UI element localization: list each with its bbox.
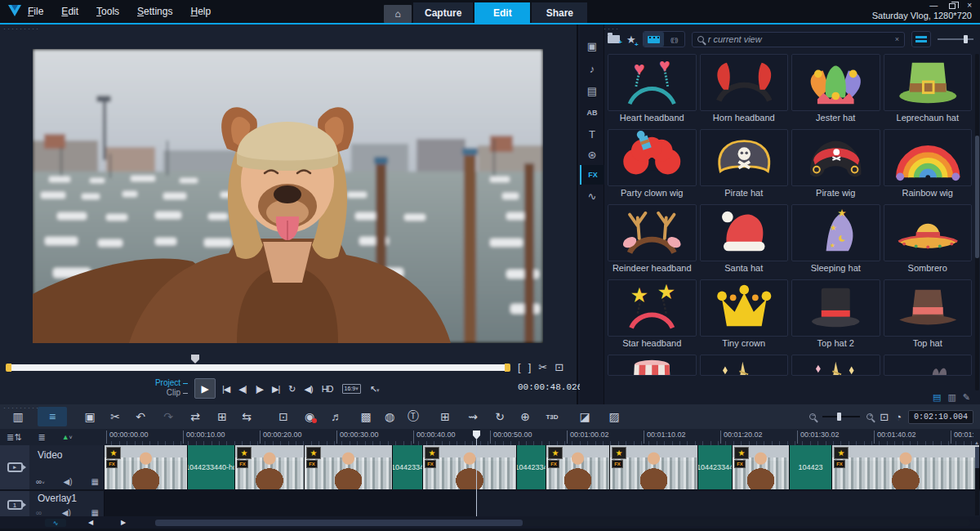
rail-media[interactable]: ▣ [580,36,604,56]
zoom-in-icon[interactable]: + [866,413,873,420]
title-3d-button[interactable]: T3D [541,407,564,426]
scrollbar-thumb[interactable] [155,520,523,526]
audio-music-button[interactable]: ♬ [325,407,348,426]
tab-edit[interactable]: Edit [474,2,530,23]
volume-button[interactable]: ◀) [305,384,313,395]
timeline-clip[interactable]: ★FX [733,445,790,489]
library-edit-icon[interactable]: ✎ [963,392,970,403]
swap-tracks-button[interactable]: ⇆ [235,407,258,426]
preview-scrubber[interactable] [7,364,510,371]
home-button[interactable]: ⌂ [384,5,412,23]
library-item-jester-hat[interactable]: Jester hat [791,54,880,124]
show-audio-toggle[interactable]: ((·)) [664,32,684,47]
scrollbar-thumb[interactable] [975,447,979,468]
track-list-icon[interactable]: ≣ [38,432,45,443]
timeline-clip[interactable]: ★FX [305,445,393,489]
scroll-up-icon[interactable]: ▲ [974,440,979,445]
storyboard-view-button[interactable]: ▥ [7,407,29,426]
repeat-button[interactable]: ↻ [288,384,295,395]
sticker-thumbnail[interactable]: ★★ [608,279,697,337]
split-screen-button[interactable]: ⊞ [434,407,457,426]
library-view-panels-icon[interactable]: ▤ [933,392,941,403]
overlay-track-header[interactable]: Overlay1 ∞ ◀) ▦ [29,491,105,519]
menu-item-dit[interactable]: Edit [61,6,78,17]
preview-timecode-value[interactable]: 00:00:48.026 [518,382,582,392]
timeline-vscrollbar[interactable] [975,447,979,515]
library-item-striped-hat[interactable] [608,355,697,376]
sticker-thumbnail[interactable] [791,279,880,337]
zoom-out-icon[interactable]: − [809,413,816,420]
close-button[interactable]: × [967,2,972,10]
sticker-thumbnail[interactable] [791,355,880,376]
end-button[interactable]: ▶| [272,384,279,395]
scroll-left-icon[interactable]: ◀ [88,519,93,526]
redo-button[interactable]: ↷ [157,407,180,426]
home-button[interactable]: |◀ [222,384,229,395]
blend-button[interactable]: ◍ [378,407,401,426]
thumbnail-size-slider[interactable] [938,34,973,44]
pan-zoom-button[interactable]: ⊡ [272,407,295,426]
library-item-party-clown-wig[interactable]: Party clown wig [608,129,697,199]
multi-trim-button[interactable]: ▩ [354,407,377,426]
library-item-rainbow-wig[interactable]: Rainbow wig [884,129,973,199]
restore-button[interactable] [949,3,956,9]
aspect-ratio-button[interactable]: 16:9▾ [342,384,361,394]
timeline-ruler[interactable]: 00:00:00.0000:00:10.0000:00:20.0000:00:3… [105,429,973,445]
mark-in-icon[interactable]: [ [518,361,521,373]
hd-toggle[interactable]: HD [322,384,333,394]
timeline-clip-label[interactable]: 10442334 [517,445,546,489]
library-item-pirate-wig[interactable]: Pirate wig [791,129,880,199]
timeline-hscrollbar[interactable] [155,520,970,526]
library-item-leprechaun-hat[interactable]: Leprechaun hat [884,54,973,124]
timeline-clip[interactable]: ★FX [423,445,517,489]
sticker-thumbnail[interactable] [700,204,789,261]
favorites-add-icon[interactable]: ★+ [626,33,636,46]
sticker-thumbnail[interactable]: ♥♥ [608,54,697,111]
sticker-thumbnail[interactable] [700,355,789,376]
mark-out-icon[interactable]: ] [528,361,532,373]
track-manager-icon[interactable]: ≣⇅ [7,432,21,443]
subtitle-button[interactable]: Ⓣ [402,407,425,426]
sticker-thumbnail[interactable] [884,279,973,337]
record-capture-button[interactable]: ◉ [298,407,321,426]
fit-timeline-icon[interactable]: ⊡ [880,411,889,423]
slider-knob[interactable] [964,35,968,43]
video-track-header[interactable]: Video ∞˅ ◀) ▦ [29,445,105,489]
library-item-top-hat-2[interactable]: Top hat 2 [791,279,880,350]
timeline-clip-label[interactable]: 1044233440-hd [188,445,235,489]
sticker-thumbnail[interactable] [884,129,973,186]
rail-title[interactable]: T [580,124,604,144]
library-item-unicorn-horn[interactable] [700,355,789,376]
loop-button[interactable]: ↻ [488,407,511,426]
trim-handle-start[interactable] [6,364,11,372]
link-icon[interactable]: ∞˅ [36,477,45,486]
library-item-tiny-crown[interactable]: Tiny crown [700,279,789,350]
library-item-top-hat[interactable]: Top hat [884,279,973,350]
library-item-sombrero[interactable]: Sombrero [884,204,973,274]
scroll-right-icon[interactable]: ▶ [121,519,126,526]
library-item-sleeping-hat[interactable]: ★★★Sleeping hat [791,204,880,274]
enlarge-preview-icon[interactable]: ⊡ [555,361,564,373]
sticker-thumbnail[interactable] [608,355,697,376]
tab-share[interactable]: Share [532,2,587,23]
tab-capture[interactable]: Capture [413,2,473,23]
show-video-toggle[interactable] [644,32,664,47]
slider-knob[interactable] [837,413,841,421]
previous-frame-button[interactable]: ◀| [238,384,246,395]
preview-scrub-marker[interactable] [191,355,199,364]
rail-filter-fx[interactable]: FX [580,165,604,185]
sticker-thumbnail[interactable] [884,355,973,376]
library-item-pirate-hat[interactable]: Pirate hat [700,129,789,199]
menu-item-elp[interactable]: Help [190,6,211,17]
sticker-thumbnail[interactable] [884,204,973,261]
trim-handle-end[interactable] [505,364,510,372]
rail-instant-project[interactable]: ▤ [580,81,604,100]
sticker-thumbnail[interactable]: ★★★ [791,204,880,261]
motion-tracking-button[interactable]: ⇝ [461,407,484,426]
sticker-thumbnail[interactable] [700,129,789,186]
timeline-clip-label[interactable]: 104423 [790,445,832,489]
sticker-thumbnail[interactable] [608,204,697,261]
overlay-track-content[interactable] [105,491,980,519]
library-item-unicorn-horn-2[interactable] [791,355,880,376]
library-item-star-headband[interactable]: ★★Star headband [608,279,697,350]
